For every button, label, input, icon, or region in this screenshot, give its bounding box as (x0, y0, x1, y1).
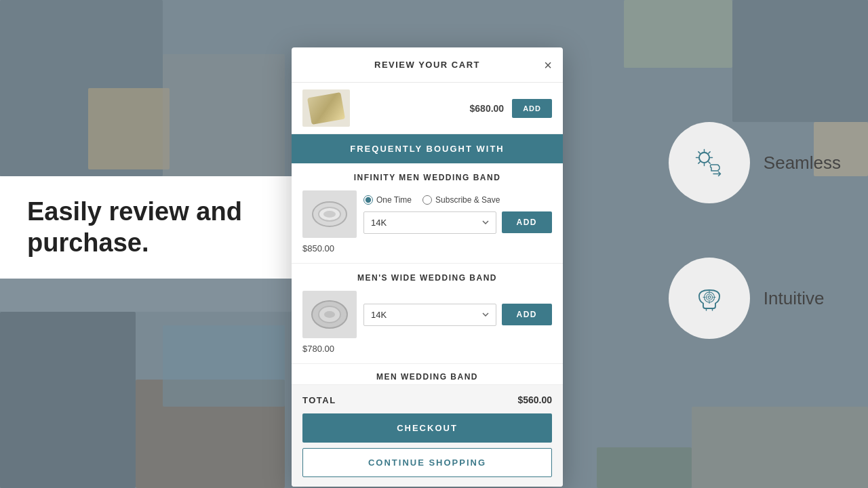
product-wide-image (302, 291, 357, 338)
total-amount: $560.00 (517, 394, 552, 405)
modal-header: REVIEW YOUR CART × (292, 47, 563, 83)
radio-subscribe-input[interactable] (422, 195, 432, 205)
product-partial-name: MEN WEDDING BAND (302, 372, 552, 382)
intuitive-circle (669, 258, 750, 339)
feature-seamless: Seamless (669, 122, 841, 203)
modal-footer: TOTAL $560.00 CHECKOUT CONTINUE SHOPPING (292, 385, 563, 487)
add-button-wide[interactable]: ADD (502, 304, 553, 325)
seamless-label: Seamless (764, 152, 841, 174)
product-infinity-controls: One Time Subscribe & Save 14K 18K Platin… (363, 195, 552, 234)
karat-select-infinity[interactable]: 14K 18K Platinum (363, 211, 496, 234)
feature-intuitive: Intuitive (669, 258, 841, 339)
product-infinity-name: INFINITY MEN WEDDING BAND (302, 173, 552, 182)
radio-one-time-input[interactable] (363, 195, 373, 205)
seamless-circle (669, 122, 750, 203)
add-button-infinity[interactable]: ADD (502, 211, 553, 233)
product-wide-controls: 14K 18K Platinum ADD (363, 304, 552, 326)
cart-modal: REVIEW YOUR CART × $680.00 ADD FREQUENTL… (292, 47, 563, 487)
product-partial: MEN WEDDING BAND (292, 364, 563, 385)
cart-item-add-button[interactable]: ADD (512, 99, 552, 118)
svg-point-1 (704, 292, 714, 302)
product-wide: MEN'S WIDE WEDDING BAND 14K 18K Platinum… (292, 264, 563, 364)
intuitive-label: Intuitive (764, 288, 825, 309)
radio-subscribe[interactable]: Subscribe & Save (422, 195, 500, 205)
product-infinity-price: $850.00 (302, 243, 552, 253)
checkout-button[interactable]: CHECKOUT (302, 413, 552, 443)
right-features: Seamless Intuitive (669, 122, 841, 339)
karat-select-wide[interactable]: 14K 18K Platinum (363, 304, 496, 326)
left-panel-text: Easily review and purchase. (27, 197, 264, 258)
product-infinity-image (302, 190, 357, 238)
total-row: TOTAL $560.00 (302, 394, 552, 405)
puzzle-gear-icon (689, 142, 730, 183)
svg-point-3 (708, 296, 711, 299)
product-wide-bottom: 14K 18K Platinum ADD (363, 304, 552, 326)
svg-point-6 (323, 211, 336, 218)
close-button[interactable]: × (544, 58, 552, 72)
left-panel: Easily review and purchase. (0, 176, 292, 279)
cart-item-image (302, 89, 350, 127)
radio-one-time[interactable]: One Time (363, 195, 412, 205)
ring-image (307, 92, 345, 124)
cart-item-top: $680.00 ADD (292, 83, 563, 134)
radio-group: One Time Subscribe & Save (363, 195, 552, 205)
svg-point-9 (324, 311, 335, 318)
total-label: TOTAL (302, 395, 336, 405)
svg-point-2 (706, 294, 712, 300)
radio-subscribe-label: Subscribe & Save (435, 195, 500, 205)
modal-title: REVIEW YOUR CART (374, 60, 480, 70)
product-wide-name: MEN'S WIDE WEDDING BAND (302, 273, 552, 283)
product-infinity-bottom: 14K 18K Platinum ADD (363, 211, 552, 234)
radio-one-time-label: One Time (376, 195, 412, 205)
target-head-icon (689, 278, 730, 319)
infinity-ring-visual (309, 197, 350, 231)
product-wide-price: $780.00 (302, 344, 552, 354)
wide-ring-visual (309, 298, 350, 331)
product-infinity-row: One Time Subscribe & Save 14K 18K Platin… (302, 190, 552, 238)
cart-item-price: $680.00 (470, 103, 505, 114)
continue-shopping-button[interactable]: CONTINUE SHOPPING (302, 448, 552, 477)
product-wide-row: 14K 18K Platinum ADD (302, 291, 552, 338)
product-infinity: INFINITY MEN WEDDING BAND One Time (292, 163, 563, 264)
fbt-banner: FREQUENTLY BOUGHT WITH (292, 134, 563, 163)
